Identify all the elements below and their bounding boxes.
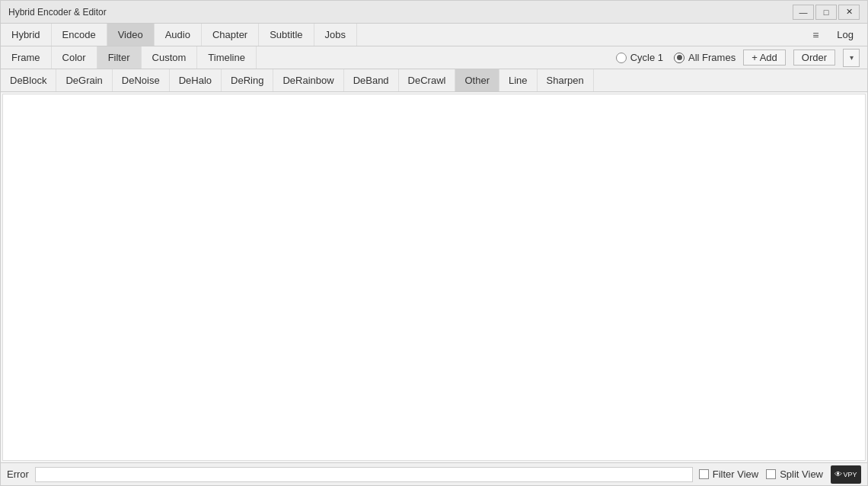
order-button[interactable]: Order — [793, 50, 835, 66]
chevron-down-button[interactable]: ▾ — [843, 49, 860, 67]
filter-item-degrain[interactable]: DeGrain — [56, 69, 112, 91]
toolbar-spacer — [257, 46, 608, 69]
toolbar-item-timeline[interactable]: Timeline — [197, 46, 257, 69]
split-view-checkbox[interactable] — [766, 469, 776, 479]
split-view-label: Split View — [780, 468, 823, 480]
radio-allframes-circle — [674, 53, 685, 63]
vpy-logo-text: VPY — [843, 471, 857, 478]
filter-view-checkbox-item[interactable]: Filter View — [699, 468, 758, 480]
menu-item-jobs[interactable]: Jobs — [314, 24, 357, 46]
filter-item-deband[interactable]: DeBand — [344, 69, 399, 91]
status-right: Filter View Split View 👁 VPY — [699, 465, 861, 484]
frame-mode-radio-group: Cycle 1 All Frames — [616, 52, 736, 63]
hamburger-menu-button[interactable]: ≡ — [805, 24, 826, 46]
main-window: Hybrid Encoder & Editor — □ ✕ Hybrid Enc… — [0, 0, 868, 486]
add-button[interactable]: + Add — [743, 50, 786, 66]
close-button[interactable]: ✕ — [838, 5, 860, 20]
menu-item-video[interactable]: Video — [107, 24, 155, 46]
window-title: Hybrid Encoder & Editor — [8, 7, 107, 18]
title-bar: Hybrid Encoder & Editor — □ ✕ — [1, 1, 867, 24]
toolbar-right: Cycle 1 All Frames + Add Order ▾ — [608, 46, 867, 69]
minimize-button[interactable]: — — [793, 5, 814, 20]
logo-eye-icon: 👁 — [834, 470, 842, 478]
menu-right: ≡ Log — [799, 24, 867, 46]
menu-spacer — [357, 24, 799, 46]
menu-item-subtitle[interactable]: Subtitle — [259, 24, 314, 46]
title-bar-controls: — □ ✕ — [793, 5, 860, 20]
filter-item-decrawl[interactable]: DeCrawl — [399, 69, 456, 91]
toolbar-item-color[interactable]: Color — [52, 46, 97, 69]
toolbar: Frame Color Filter Custom Timeline Cycle… — [1, 46, 867, 69]
log-button[interactable]: Log — [829, 29, 861, 40]
filter-item-dehalo[interactable]: DeHalo — [170, 69, 222, 91]
filter-item-derainbow[interactable]: DeRainbow — [273, 69, 343, 91]
radio-cycle1[interactable]: Cycle 1 — [616, 52, 663, 63]
filter-item-line[interactable]: Line — [499, 69, 538, 91]
maximize-button[interactable]: □ — [815, 5, 837, 20]
status-bar: Error Filter View Split View 👁 VPY — [1, 462, 867, 485]
toolbar-item-frame[interactable]: Frame — [1, 46, 52, 69]
error-label: Error — [7, 468, 29, 480]
filter-item-denoise[interactable]: DeNoise — [113, 69, 170, 91]
menu-item-hybrid[interactable]: Hybrid — [1, 24, 52, 46]
filter-item-dering[interactable]: DeRing — [222, 69, 273, 91]
filter-item-deblock[interactable]: DeBlock — [1, 69, 56, 91]
vpy-logo-badge: 👁 VPY — [831, 465, 861, 484]
split-view-checkbox-item[interactable]: Split View — [766, 468, 823, 480]
menu-item-chapter[interactable]: Chapter — [202, 24, 259, 46]
toolbar-item-filter[interactable]: Filter — [97, 46, 142, 69]
menu-item-audio[interactable]: Audio — [155, 24, 202, 46]
menu-item-encode[interactable]: Encode — [52, 24, 107, 46]
filter-view-label: Filter View — [713, 468, 758, 480]
filter-item-sharpen[interactable]: Sharpen — [538, 69, 594, 91]
menu-bar: Hybrid Encode Video Audio Chapter Subtit… — [1, 24, 867, 46]
radio-allframes[interactable]: All Frames — [674, 52, 736, 63]
radio-cycle1-circle — [616, 53, 627, 63]
toolbar-item-custom[interactable]: Custom — [142, 46, 198, 69]
filter-view-checkbox[interactable] — [699, 469, 709, 479]
error-input[interactable] — [35, 467, 693, 482]
filter-item-other[interactable]: Other — [455, 69, 499, 91]
main-content-area — [2, 94, 866, 461]
filter-bar: DeBlock DeGrain DeNoise DeHalo DeRing De… — [1, 69, 867, 92]
title-bar-left: Hybrid Encoder & Editor — [8, 7, 107, 18]
